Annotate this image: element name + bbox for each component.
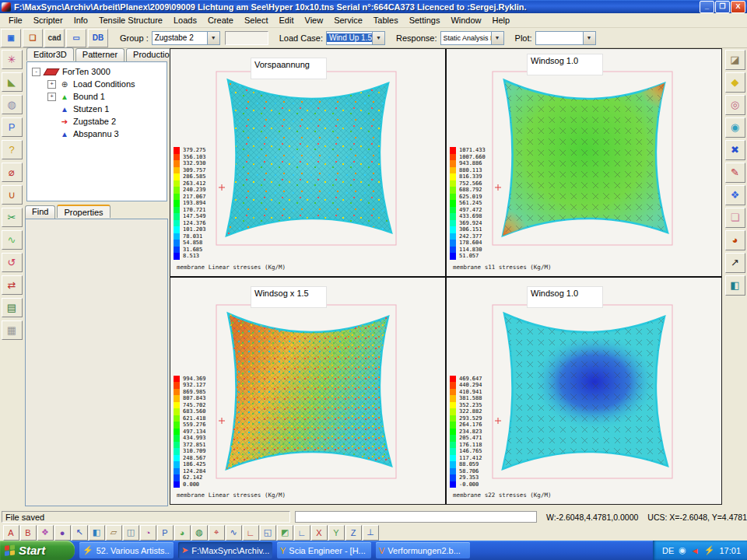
volume-icon[interactable]: ◄: [691, 546, 700, 555]
zoom-window-icon[interactable]: ◎: [725, 95, 745, 115]
chevron-down-icon[interactable]: ▼: [372, 32, 384, 44]
language-indicator[interactable]: DE: [662, 546, 674, 555]
point-tool-icon[interactable]: P: [2, 117, 23, 137]
pointer-icon[interactable]: ↖: [72, 525, 88, 541]
taskbar-task-button[interactable]: ➤ F:\MaxSync\Archiv...: [178, 542, 272, 558]
viewport-windsog-s11[interactable]: Windsog 1.0 1071.4331007.660943.886880.1…: [447, 49, 721, 276]
collapse-icon[interactable]: -: [32, 68, 40, 76]
menu-item[interactable]: Window: [445, 14, 486, 26]
gem-view-icon[interactable]: ❖: [725, 185, 745, 205]
winamp-tray-icon[interactable]: ⚡: [704, 545, 715, 555]
revolve-icon[interactable]: ◔: [140, 525, 156, 541]
axis-local-icon[interactable]: ∟: [294, 525, 310, 541]
viewport-windsog-15[interactable]: Windsog x 1.5 994.369932.127869.985807.8…: [170, 278, 445, 505]
axis-rotate-icon[interactable]: ◩: [277, 525, 293, 541]
spheres-icon[interactable]: ●: [54, 525, 71, 541]
chevron-down-icon[interactable]: ▼: [491, 32, 503, 44]
menu-item[interactable]: Create: [202, 14, 239, 26]
z-axis-icon[interactable]: Z: [345, 525, 362, 541]
plot-combobox[interactable]: ▼: [535, 31, 596, 45]
plane-view-icon[interactable]: ◆: [725, 72, 745, 93]
database-icon[interactable]: DB: [88, 29, 108, 47]
dome-mesh-icon[interactable]: ◍: [2, 95, 23, 114]
swap-ab-icon[interactable]: ⇄: [2, 275, 23, 295]
y-axis-icon[interactable]: Y: [328, 525, 345, 541]
pan-view-icon[interactable]: ◧: [89, 525, 105, 541]
taskbar-task-button[interactable]: Y Scia Engineer - [H...: [277, 542, 371, 558]
menu-item[interactable]: Service: [328, 14, 368, 26]
load-case-combobox[interactable]: Wind Up 1.5 ▼: [326, 31, 385, 45]
x-axis-icon[interactable]: X: [311, 525, 328, 541]
axes-3d-icon[interactable]: ⊥: [363, 525, 379, 541]
command-input[interactable]: [295, 511, 537, 523]
menu-item[interactable]: Scripter: [28, 14, 68, 26]
chevron-down-icon[interactable]: ▼: [207, 32, 219, 44]
cad-import-icon[interactable]: ❏: [23, 29, 43, 47]
expand-icon[interactable]: +: [47, 93, 56, 101]
node-edit-icon[interactable]: ⌖: [209, 525, 225, 541]
menu-item[interactable]: Loads: [168, 14, 202, 26]
cut-mesh-icon[interactable]: ✂: [2, 208, 23, 227]
mesh-pattern-icon[interactable]: ❖: [37, 525, 54, 541]
restore-button[interactable]: ❐: [715, 1, 730, 13]
cad-icon[interactable]: cad: [44, 29, 65, 47]
menu-item[interactable]: Settings: [404, 14, 446, 26]
trash-icon[interactable]: ▤: [2, 298, 23, 317]
zoom-extents-icon[interactable]: ◉: [725, 117, 745, 138]
menu-item[interactable]: Edit: [274, 14, 300, 26]
text-b-icon[interactable]: B: [20, 525, 37, 541]
expand-icon[interactable]: +: [47, 80, 56, 89]
magnet-icon[interactable]: ∪: [2, 185, 23, 205]
minimize-button[interactable]: _: [700, 1, 714, 13]
selection-mode-icon[interactable]: ▣: [1, 29, 21, 47]
vector-icon[interactable]: ↗: [725, 253, 745, 273]
group-combobox[interactable]: Zugstabe 2 ▼: [152, 31, 220, 45]
new-sheet-icon[interactable]: ▭: [66, 29, 86, 47]
cylinder-icon[interactable]: ◫: [123, 525, 139, 541]
menu-item[interactable]: Tensile Structure: [93, 14, 168, 26]
messenger-icon[interactable]: ◉: [679, 545, 686, 555]
menu-item[interactable]: Tables: [368, 14, 404, 26]
tree-root-row[interactable]: - ForTen 3000: [27, 65, 167, 78]
menu-item[interactable]: Select: [239, 14, 274, 26]
copy-frames-icon[interactable]: ❏: [725, 208, 745, 228]
measure-icon[interactable]: ⌀: [2, 163, 23, 182]
tree-item[interactable]: ▲ Stutzen 1: [27, 103, 167, 115]
tree-item[interactable]: + ▲ Bound 1: [27, 90, 167, 103]
close-pane-icon[interactable]: ✖: [725, 140, 745, 160]
loop-icon[interactable]: ↺: [2, 253, 23, 272]
tab-properties[interactable]: Properties: [57, 205, 110, 218]
axis-origin-icon[interactable]: ∟: [243, 525, 259, 541]
terrain-icon[interactable]: ◣: [2, 72, 23, 92]
title-bar[interactable]: F:\MaxSync\Archiv\Arbeit\Planex\2009\090…: [0, 0, 747, 13]
smooth-icon[interactable]: ∿: [2, 230, 23, 250]
query-icon[interactable]: ?: [2, 140, 23, 159]
tab-editor3d[interactable]: Editor3D: [26, 47, 74, 61]
sphere-icon[interactable]: ◕: [174, 525, 191, 541]
close-button[interactable]: X: [731, 1, 745, 13]
menu-item[interactable]: File: [3, 14, 28, 26]
section-icon[interactable]: ◧: [725, 275, 745, 296]
start-button[interactable]: Start: [0, 541, 75, 560]
globe-icon[interactable]: ◍: [191, 525, 208, 541]
taskbar-task-button[interactable]: ⚡ 52. Various Artists...: [79, 542, 174, 558]
box-icon[interactable]: ▱: [106, 525, 122, 541]
menu-item[interactable]: View: [300, 14, 329, 26]
stamp-icon[interactable]: ▦: [2, 320, 23, 340]
tab-find[interactable]: Find: [25, 205, 55, 219]
tree-item[interactable]: + ⊕ Load Conditions: [27, 78, 167, 90]
response-combobox[interactable]: Static Analysis Re ▼: [440, 31, 504, 45]
shaded-view-icon[interactable]: ◪: [725, 50, 745, 70]
select-elements-icon[interactable]: ✳: [2, 50, 23, 69]
properties-p-icon[interactable]: P: [157, 525, 174, 541]
sketch-icon[interactable]: ✎: [725, 163, 745, 183]
tab-patterner[interactable]: Patterner: [75, 48, 124, 61]
tree-item[interactable]: ▲ Abspannu 3: [27, 128, 167, 140]
text-a-icon[interactable]: A: [3, 525, 19, 541]
tree-item[interactable]: ➔ Zugstabe 2: [27, 115, 167, 128]
viewport-windsog-s22[interactable]: Windsog 1.0 469.647440.294410.941381.588…: [447, 278, 721, 505]
axis-plane-icon[interactable]: ◱: [260, 525, 276, 541]
viewport-vorspannung[interactable]: Vorspaannung 379.275356.103332.930309.75…: [170, 49, 445, 276]
menu-item[interactable]: Info: [68, 14, 93, 26]
render-ball-icon[interactable]: ◕: [725, 230, 745, 250]
